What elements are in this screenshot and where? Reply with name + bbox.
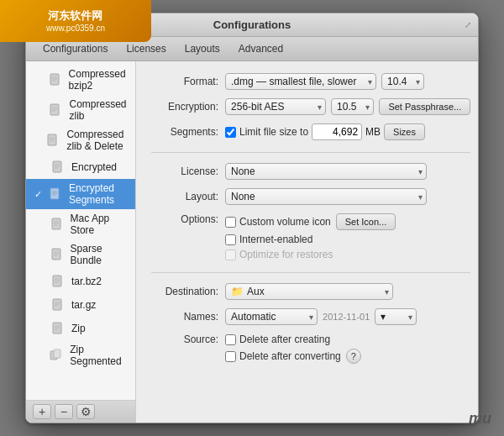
segments-checkbox-label: Limit file size to [239, 126, 308, 138]
delete-converting-checkbox-row: Delete after converting [225, 350, 341, 362]
destination-row: Destination: 📁 Aux [151, 283, 470, 300]
item-label-2: Compressed zlib & Delete [66, 129, 129, 152]
source-label: Source: [151, 334, 218, 345]
divider-2 [151, 272, 470, 273]
sidebar-list: Compressed bzip2 Compressed zlib [26, 61, 135, 400]
settings-button[interactable]: ⚙ [76, 404, 95, 419]
item-check-10 [34, 350, 43, 360]
delete-creating-checkbox-row: Delete after creating [225, 334, 330, 345]
item-label-1: Compressed zlib [69, 98, 129, 122]
item-icon-7 [50, 273, 66, 290]
item-check-5 [34, 219, 44, 229]
delete-converting-checkbox[interactable] [225, 351, 236, 362]
remove-button[interactable]: − [55, 404, 73, 419]
sidebar-item-compressed-zlib-delete[interactable]: Compressed zlib & Delete [26, 125, 135, 155]
sidebar-item-tar-gz[interactable]: tar.gz [26, 293, 135, 317]
format-version-select[interactable]: 10.4 [381, 73, 424, 90]
sidebar: Compressed bzip2 Compressed zlib [26, 61, 136, 423]
sidebar-item-tar-bz2[interactable]: tar.bz2 [26, 270, 135, 293]
item-check-7 [34, 276, 45, 286]
sidebar-item-sparse-bundle[interactable]: Sparse Bundle [26, 239, 135, 270]
segments-control: Limit file size to MB Sizes [225, 123, 470, 140]
delete-creating-label: Delete after creating [239, 334, 330, 345]
segments-row: Segments: Limit file size to MB Sizes [151, 123, 470, 140]
options-control: Custom volume icon Set Icon... Internet-… [225, 213, 470, 260]
sidebar-item-mac-app-store[interactable]: Mac App Store [26, 209, 135, 239]
license-select[interactable]: None [225, 163, 427, 180]
format-label: Format: [151, 76, 218, 87]
set-icon-button[interactable]: Set Icon... [336, 213, 396, 230]
encryption-version-select[interactable]: 10.5 [331, 98, 374, 115]
sidebar-item-compressed-zlib[interactable]: Compressed zlib [26, 95, 135, 125]
resize-icon[interactable]: ⤢ [465, 20, 471, 29]
tab-advanced[interactable]: Advanced [230, 40, 291, 57]
tab-layouts[interactable]: Layouts [176, 40, 228, 57]
folder-icon: 📁 [231, 286, 244, 297]
watermark-line1: 河东软件网 [46, 9, 105, 24]
tab-configurations[interactable]: Configurations [34, 40, 116, 57]
help-button[interactable]: ? [346, 349, 361, 364]
item-check-0 [34, 75, 42, 85]
format-select[interactable]: .dmg — smallest file, slower [225, 73, 376, 90]
item-icon-1 [47, 102, 64, 118]
sidebar-item-zip-segmented[interactable]: Zip Segmented [26, 340, 135, 370]
sidebar-item-compressed-bzip2[interactable]: Compressed bzip2 [26, 65, 135, 95]
item-label-8: tar.gz [71, 299, 96, 311]
destination-control: 📁 Aux [225, 283, 470, 300]
item-icon-2 [45, 132, 61, 149]
layout-select[interactable]: None [225, 188, 427, 205]
custom-volume-checkbox[interactable] [225, 217, 236, 228]
format-control: .dmg — smallest file, slower 10.4 [225, 73, 470, 90]
item-label-3: Encrypted [71, 161, 117, 173]
optimize-restores-checkbox[interactable] [225, 250, 236, 260]
sidebar-item-zip[interactable]: Zip [26, 317, 135, 340]
add-button[interactable]: + [33, 404, 51, 419]
content-area: Compressed bzip2 Compressed zlib [26, 61, 478, 423]
encryption-control: 256-bit AES 10.5 Set Passphrase... [225, 98, 470, 115]
item-label-6: Sparse Bundle [71, 243, 129, 266]
delete-creating-checkbox[interactable] [225, 334, 236, 345]
sidebar-toolbar: + − ⚙ [26, 400, 135, 423]
format-row: Format: .dmg — smallest file, slower 10.… [151, 73, 470, 90]
layout-label: Layout: [151, 191, 218, 202]
internet-enabled-checkbox[interactable] [225, 234, 236, 245]
item-icon-6 [49, 246, 66, 263]
segments-checkbox[interactable] [225, 127, 236, 138]
item-check-1 [34, 105, 42, 115]
item-label-7: tar.bz2 [71, 276, 102, 287]
names-select[interactable]: Automatic [225, 308, 318, 325]
internet-enabled-checkbox-row: Internet-enabled [225, 234, 312, 245]
sizes-button[interactable]: Sizes [384, 123, 425, 140]
mu-logo: mu [469, 410, 491, 428]
segments-size-input[interactable] [312, 123, 362, 140]
source-control: Delete after creating Delete after conve… [225, 334, 470, 364]
delete-converting-label: Delete after converting [239, 350, 341, 362]
destination-select[interactable]: 📁 Aux [225, 283, 393, 300]
sidebar-item-encrypted-segments[interactable]: ✓ Encrypted Segments [26, 179, 135, 209]
names-date-select[interactable]: ▾ [375, 308, 417, 325]
set-passphrase-button[interactable]: Set Passphrase... [379, 98, 470, 115]
options-row: Options: Custom volume icon Set Icon... … [151, 213, 470, 260]
item-icon-3 [50, 159, 66, 176]
sidebar-item-encrypted[interactable]: Encrypted [26, 155, 135, 179]
layout-control: None [225, 188, 470, 205]
license-control: None [225, 163, 470, 180]
encryption-select[interactable]: 256-bit AES [225, 98, 326, 115]
segments-unit: MB [365, 126, 381, 138]
source-row: Source: Delete after creating Delete aft… [151, 334, 470, 364]
names-row: Names: Automatic 2012-11-01 ▾ [151, 308, 470, 325]
item-icon-4 [47, 186, 64, 202]
layout-row: Layout: None [151, 188, 470, 205]
names-date: 2012-11-01 [323, 312, 370, 322]
tab-licenses[interactable]: Licenses [118, 40, 174, 57]
item-icon-9 [50, 320, 66, 337]
segments-label: Segments: [151, 126, 218, 138]
item-label-10: Zip Segmented [70, 344, 129, 367]
item-icon-10 [48, 347, 65, 364]
item-check-6 [34, 250, 44, 260]
item-icon-5 [49, 216, 66, 233]
watermark-line2: www.pc0359.cn [46, 24, 105, 33]
main-window: Configurations ⤢ Configurations Licenses… [25, 13, 479, 423]
internet-enabled-label: Internet-enabled [239, 234, 312, 245]
item-label-4: Encrypted Segments [69, 182, 129, 206]
